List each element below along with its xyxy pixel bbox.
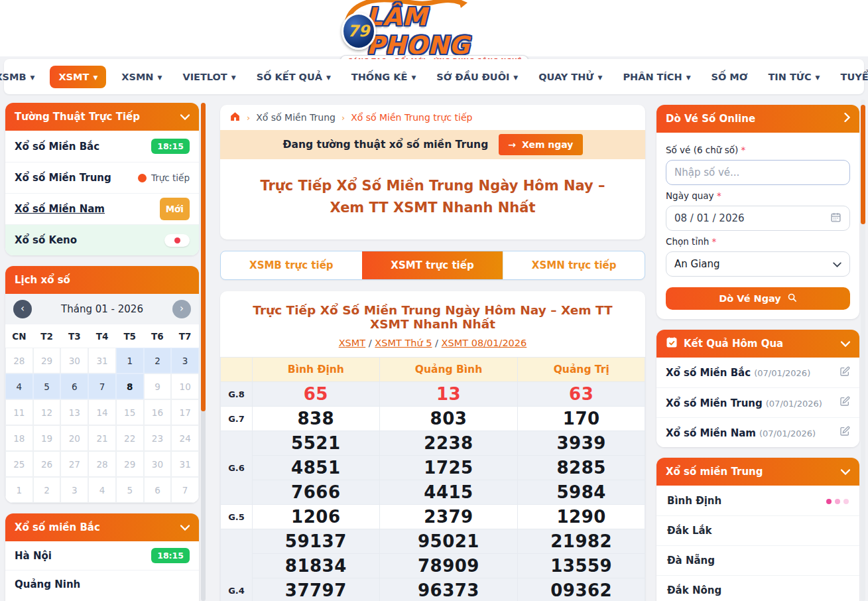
draw-date-input[interactable]: 08 / 01 / 2026 — [666, 206, 850, 231]
calendar-day[interactable]: 11 — [5, 399, 33, 425]
calendar-day[interactable]: 14 — [88, 399, 116, 425]
left-sidebar-scrollbar-thumb[interactable] — [201, 103, 206, 411]
nav-item-quay-thu[interactable]: QUAY THỬ▼ — [533, 66, 607, 88]
calendar-day[interactable]: 7 — [88, 373, 116, 399]
nav-item-phan-tich[interactable]: PHÂN TÍCH▼ — [617, 66, 696, 88]
calendar-day[interactable]: 27 — [60, 451, 88, 477]
calendar-day[interactable]: 12 — [33, 399, 61, 425]
sidebar-item-xo-so-mien-bac[interactable]: Xổ số Miền Bắc18:15 — [5, 131, 199, 162]
edit-icon[interactable] — [839, 366, 850, 379]
calendar-day[interactable]: 29 — [116, 451, 144, 477]
calendar-prev-button[interactable]: ‹ — [13, 300, 32, 318]
prize-number: 78909 — [379, 554, 518, 578]
check-ticket-button[interactable]: Dò Vé Ngay — [666, 287, 850, 310]
nav-item-xsmt[interactable]: XSMT▼ — [50, 66, 106, 88]
calendar-day[interactable]: 4 — [88, 477, 116, 503]
ticket-lookup-header[interactable]: Dò Vé Số Online — [656, 105, 859, 133]
calendar-day[interactable]: 1 — [5, 477, 33, 503]
calendar-day[interactable]: 24 — [171, 425, 199, 451]
calendar-day[interactable]: 19 — [33, 425, 61, 451]
result-link-xsmt-thu-5[interactable]: XSMT Thứ 5 — [375, 338, 432, 348]
calendar-day[interactable]: 20 — [60, 425, 88, 451]
nav-item-xsmb[interactable]: XSMB▼ — [0, 66, 40, 88]
calendar-day[interactable]: 23 — [144, 425, 172, 451]
sidebar-item-xo-so-keno[interactable]: Xổ số Keno — [5, 224, 199, 255]
calendar-weekday: T3 — [60, 324, 88, 348]
mien-trung-panel-header[interactable]: Xổ số miền Trung — [656, 458, 859, 486]
sidebar-item-xo-so-mien-trung[interactable]: Xổ số Miền TrungTrực tiếp — [5, 162, 199, 193]
mien-trung-item-binh-inh[interactable]: Bình Định — [656, 486, 859, 515]
watch-now-button[interactable]: → Xem ngay — [499, 134, 582, 155]
mien-trung-item-ak-nong[interactable]: Đắk Nông — [656, 575, 859, 601]
sidebar-item-quang-ninh[interactable]: Quảng Ninh — [5, 570, 199, 598]
nav-item-vietlot[interactable]: VIETLOT▼ — [177, 66, 241, 88]
calendar-day[interactable]: 30 — [144, 451, 172, 477]
sidebar-item-xo-so-mien-nam[interactable]: Xổ số Miền NamMới — [5, 193, 199, 224]
nav-item-thong-ke[interactable]: THỐNG KÊ▼ — [346, 66, 422, 88]
province-select[interactable]: An Giang — [666, 251, 850, 277]
site-logo[interactable]: 79 LÂM PHONG SÁNG TẠO - ĐỔI MỚI - ỨNG DỤ… — [341, 3, 527, 66]
calendar-day[interactable]: 5 — [33, 373, 61, 399]
calendar-day[interactable]: 31 — [88, 348, 116, 373]
breadcrumb-item[interactable]: Xổ số Miền Trung — [256, 112, 336, 123]
yesterday-item-xo-so-mien-bac[interactable]: Xổ số Miền Bắc(07/01/2026) — [656, 358, 859, 387]
calendar-day[interactable]: 31 — [171, 451, 199, 477]
calendar-day[interactable]: 6 — [60, 373, 88, 399]
calendar-day[interactable]: 13 — [60, 399, 88, 425]
calendar-day[interactable]: 21 — [88, 425, 116, 451]
tab-xsmt-truc-tiep[interactable]: XSMT trực tiếp — [362, 251, 503, 279]
calendar-day[interactable]: 16 — [144, 399, 172, 425]
mien-trung-item-a-nang[interactable]: Đà Nẵng — [656, 545, 859, 575]
calendar-day[interactable]: 25 — [5, 451, 33, 477]
page-scrollbar-thumb[interactable] — [861, 105, 865, 224]
nav-item-tuyen-dung[interactable]: TUYỂN DỤNG — [836, 66, 868, 88]
tab-xsmb-truc-tiep[interactable]: XSMB trực tiếp — [221, 251, 362, 279]
calendar-day[interactable]: 7 — [171, 477, 199, 503]
nav-item-xsmn[interactable]: XSMN▼ — [116, 66, 167, 88]
ticket-lookup-title: Dò Vé Số Online — [666, 113, 755, 125]
calendar-next-button[interactable]: › — [172, 300, 191, 318]
calendar-day[interactable]: 28 — [88, 451, 116, 477]
calendar-day[interactable]: 18 — [5, 425, 33, 451]
nav-item-so-mo[interactable]: SỐ MƠ — [706, 66, 753, 88]
edit-icon[interactable] — [839, 426, 850, 439]
nav-item-so-ket-qua[interactable]: SỐ KẾT QUẢ▼ — [251, 66, 336, 88]
calendar-day[interactable]: 6 — [144, 477, 172, 503]
calendar-day[interactable]: 26 — [33, 451, 61, 477]
calendar-day-today[interactable]: 8 — [116, 373, 144, 399]
calendar-day[interactable]: 2 — [33, 477, 61, 503]
region-header-quang-tri: Quảng Trị — [518, 358, 645, 382]
calendar-day[interactable]: 3 — [60, 477, 88, 503]
live-panel-header[interactable]: Tường Thuật Trực Tiếp — [5, 103, 199, 131]
calendar-day[interactable]: 29 — [33, 348, 61, 373]
nav-item-tin-tuc[interactable]: TIN TỨC▼ — [763, 66, 825, 88]
edit-icon[interactable] — [839, 396, 850, 409]
breadcrumb-home-icon[interactable] — [229, 111, 241, 124]
yesterday-results-header[interactable]: Kết Quả Hôm Qua — [656, 330, 859, 358]
calendar-day[interactable]: 5 — [116, 477, 144, 503]
calendar-day[interactable]: 17 — [171, 399, 199, 425]
calendar-day[interactable]: 10 — [171, 373, 199, 399]
prize-number: 8285 — [518, 456, 645, 480]
mien-bac-panel-header[interactable]: Xổ số miền Bắc — [5, 513, 199, 541]
mien-trung-item-ak-lak[interactable]: Đắk Lắk — [656, 515, 859, 545]
ticket-number-input[interactable]: Nhập số vé... — [666, 160, 850, 185]
calendar-day[interactable]: 15 — [116, 399, 144, 425]
calendar-day[interactable]: 1 — [116, 348, 144, 373]
sidebar-item-ha-noi[interactable]: Hà Nội18:15 — [5, 541, 199, 570]
calendar-weekday: CN — [5, 324, 33, 348]
calendar-day[interactable]: 2 — [144, 348, 172, 373]
calendar-day[interactable]: 9 — [144, 373, 172, 399]
prize-number: 4851 — [253, 456, 380, 480]
calendar-day[interactable]: 30 — [60, 348, 88, 373]
result-link-xsmt-08-01-2026[interactable]: XSMT 08/01/2026 — [442, 338, 527, 348]
calendar-day[interactable]: 28 — [5, 348, 33, 373]
result-link-xsmt[interactable]: XSMT — [339, 338, 366, 348]
calendar-day[interactable]: 22 — [116, 425, 144, 451]
yesterday-item-xo-so-mien-nam[interactable]: Xổ số Miền Nam(07/01/2026) — [656, 417, 859, 447]
yesterday-item-xo-so-mien-trung[interactable]: Xổ số Miền Trung(07/01/2026) — [656, 387, 859, 417]
calendar-day[interactable]: 4 — [5, 373, 33, 399]
nav-item-so-au-uoi[interactable]: SỚ ĐẦU ĐUÔI▼ — [431, 66, 523, 88]
tab-xsmn-truc-tiep[interactable]: XSMN trực tiếp — [503, 251, 645, 279]
calendar-day[interactable]: 3 — [171, 348, 199, 373]
